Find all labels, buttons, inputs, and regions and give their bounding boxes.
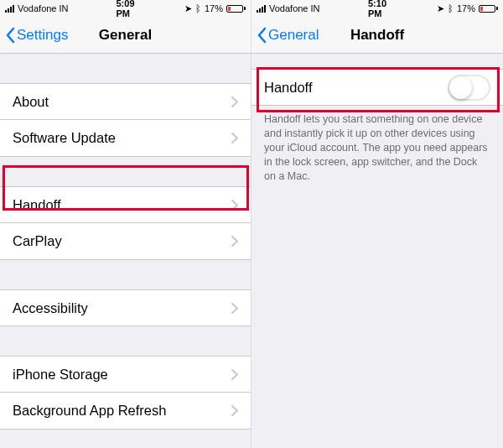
row-iphone-storage[interactable]: iPhone Storage	[0, 356, 251, 393]
screen-general: Vodafone IN 5:09 PM ➤ ᛒ 17% Settings Gen…	[0, 0, 252, 448]
row-about[interactable]: About	[0, 83, 251, 120]
back-button[interactable]: Settings	[5, 27, 68, 44]
chevron-right-icon	[231, 369, 238, 380]
chevron-right-icon	[231, 96, 238, 107]
screen-handoff: Vodafone IN 5:10 PM ➤ ᛒ 17% General Hand…	[252, 0, 503, 448]
signal-icon	[5, 5, 14, 13]
back-label: Settings	[17, 27, 68, 44]
row-label: Handoff	[13, 197, 61, 213]
row-label: iPhone Storage	[13, 367, 108, 383]
chevron-right-icon	[231, 303, 238, 314]
clock: 5:09 PM	[116, 0, 134, 18]
carrier-label: Vodafone IN	[18, 3, 69, 13]
nav-bar: General Handoff	[252, 17, 503, 54]
row-label: Background App Refresh	[13, 403, 166, 419]
handoff-description: Handoff lets you start something on one …	[252, 106, 503, 183]
handoff-toggle[interactable]	[448, 75, 490, 101]
bluetooth-icon: ᛒ	[195, 3, 201, 13]
clock: 5:10 PM	[368, 0, 386, 18]
bluetooth-icon: ᛒ	[448, 3, 454, 13]
status-bar: Vodafone IN 5:10 PM ➤ ᛒ 17%	[252, 0, 503, 17]
chevron-left-icon	[257, 27, 267, 44]
row-carplay[interactable]: CarPlay	[0, 223, 251, 260]
location-icon: ➤	[184, 3, 192, 14]
row-label: About	[13, 94, 49, 110]
chevron-right-icon	[231, 200, 238, 211]
battery-icon	[479, 5, 498, 13]
chevron-right-icon	[231, 405, 238, 416]
chevron-right-icon	[231, 236, 238, 247]
status-bar: Vodafone IN 5:09 PM ➤ ᛒ 17%	[0, 0, 251, 17]
battery-icon	[226, 5, 246, 13]
chevron-right-icon	[231, 133, 238, 143]
row-background-app-refresh[interactable]: Background App Refresh	[0, 393, 251, 430]
location-icon: ➤	[437, 3, 444, 14]
row-handoff-toggle[interactable]: Handoff	[252, 69, 503, 106]
back-button[interactable]: General	[257, 27, 319, 44]
row-handoff[interactable]: Handoff	[0, 186, 251, 223]
row-accessibility[interactable]: Accessibility	[0, 289, 251, 326]
row-label: Accessibility	[13, 300, 88, 316]
back-label: General	[268, 27, 319, 44]
row-label: CarPlay	[13, 233, 62, 249]
carrier-label: Vodafone IN	[269, 3, 320, 13]
settings-list: About Software Update Handoff CarPlay Ac…	[0, 54, 251, 448]
nav-bar: Settings General	[0, 17, 251, 54]
row-label: Software Update	[13, 130, 116, 146]
row-software-update[interactable]: Software Update	[0, 120, 251, 157]
handoff-panel: Handoff Handoff lets you start something…	[252, 54, 503, 448]
chevron-left-icon	[5, 27, 15, 44]
row-label: Handoff	[264, 80, 313, 96]
battery-percent: 17%	[205, 3, 223, 13]
battery-percent: 17%	[457, 3, 475, 13]
signal-icon	[257, 5, 266, 13]
